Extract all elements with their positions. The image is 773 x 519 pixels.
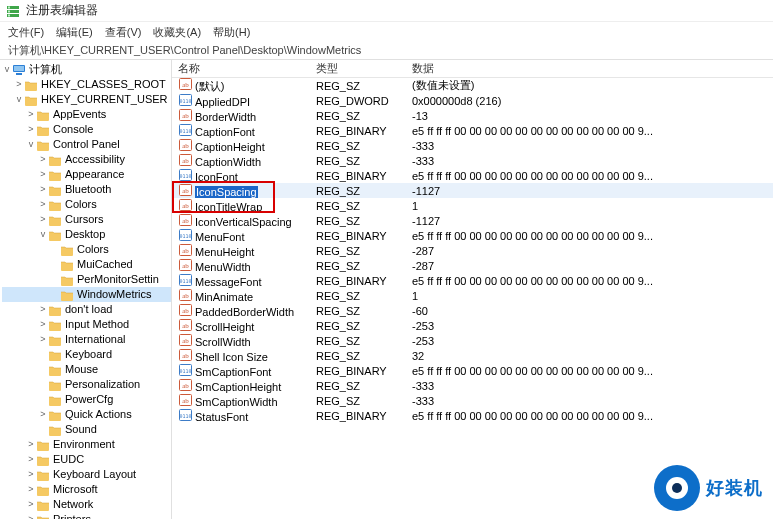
- tree-item[interactable]: vControl Panel: [2, 137, 171, 152]
- registry-value-row[interactable]: abBorderWidthREG_SZ-13: [172, 108, 773, 123]
- registry-value-row[interactable]: abCaptionWidthREG_SZ-333: [172, 153, 773, 168]
- chevron-right-icon[interactable]: >: [38, 317, 48, 332]
- menu-help[interactable]: 帮助(H): [213, 25, 250, 40]
- registry-value-row[interactable]: 0110IconFontREG_BINARYe5 ff ff ff 00 00 …: [172, 168, 773, 183]
- tree-pane[interactable]: v 计算机 >HKEY_CLASSES_ROOTvHKEY_CURRENT_US…: [0, 60, 172, 519]
- tree-item[interactable]: >Microsoft: [2, 482, 171, 497]
- chevron-right-icon[interactable]: >: [38, 332, 48, 347]
- list-header[interactable]: 名称 类型 数据: [172, 60, 773, 78]
- tree-item[interactable]: >Console: [2, 122, 171, 137]
- chevron-right-icon[interactable]: >: [26, 437, 36, 452]
- chevron-right-icon[interactable]: >: [38, 167, 48, 182]
- svg-text:ab: ab: [182, 217, 189, 225]
- tree-item[interactable]: >Keyboard: [2, 347, 171, 362]
- tree-item[interactable]: >AppEvents: [2, 107, 171, 122]
- col-name[interactable]: 名称: [176, 61, 316, 76]
- chevron-right-icon[interactable]: >: [26, 452, 36, 467]
- chevron-down-icon[interactable]: v: [14, 92, 24, 107]
- registry-value-row[interactable]: ab(默认)REG_SZ(数值未设置): [172, 78, 773, 93]
- registry-value-row[interactable]: 0110AppliedDPIREG_DWORD0x000000d8 (216): [172, 93, 773, 108]
- tree-item[interactable]: >Network: [2, 497, 171, 512]
- tree-item[interactable]: >Sound: [2, 422, 171, 437]
- registry-value-row[interactable]: abShell Icon SizeREG_SZ32: [172, 348, 773, 363]
- chevron-right-icon[interactable]: >: [14, 77, 24, 92]
- string-value-icon: ab: [178, 289, 192, 301]
- chevron-right-icon[interactable]: >: [26, 467, 36, 482]
- tree-item[interactable]: >Cursors: [2, 212, 171, 227]
- registry-value-row[interactable]: 0110CaptionFontREG_BINARYe5 ff ff ff 00 …: [172, 123, 773, 138]
- tree-item[interactable]: >Appearance: [2, 167, 171, 182]
- registry-value-row[interactable]: abPaddedBorderWidthREG_SZ-60: [172, 303, 773, 318]
- list-pane[interactable]: 名称 类型 数据 ab(默认)REG_SZ(数值未设置)0110AppliedD…: [172, 60, 773, 519]
- menu-favorites[interactable]: 收藏夹(A): [153, 25, 201, 40]
- registry-value-row[interactable]: abScrollWidthREG_SZ-253: [172, 333, 773, 348]
- tree-item[interactable]: >don't load: [2, 302, 171, 317]
- registry-value-row[interactable]: abIconSpacingREG_SZ-1127: [172, 183, 773, 198]
- registry-value-row[interactable]: abMenuHeightREG_SZ-287: [172, 243, 773, 258]
- tree-item[interactable]: vDesktop: [2, 227, 171, 242]
- tree-item[interactable]: >International: [2, 332, 171, 347]
- folder-icon: [36, 439, 50, 451]
- tree-item[interactable]: >EUDC: [2, 452, 171, 467]
- registry-value-row[interactable]: abSmCaptionWidthREG_SZ-333: [172, 393, 773, 408]
- registry-value-row[interactable]: abMenuWidthREG_SZ-287: [172, 258, 773, 273]
- chevron-right-icon[interactable]: >: [26, 122, 36, 137]
- chevron-right-icon[interactable]: >: [38, 182, 48, 197]
- tree-item[interactable]: >Quick Actions: [2, 407, 171, 422]
- svg-text:ab: ab: [182, 112, 189, 120]
- value-type: REG_SZ: [316, 335, 412, 347]
- tree-item[interactable]: >PowerCfg: [2, 392, 171, 407]
- chevron-down-icon[interactable]: v: [38, 227, 48, 242]
- tree-item[interactable]: >HKEY_CLASSES_ROOT: [2, 77, 171, 92]
- tree-item-label: Keyboard Layout: [53, 467, 136, 482]
- tree-item[interactable]: >Mouse: [2, 362, 171, 377]
- app-title: 注册表编辑器: [26, 2, 98, 19]
- tree-item[interactable]: >Colors: [2, 242, 171, 257]
- tree-item[interactable]: >WindowMetrics: [2, 287, 171, 302]
- chevron-right-icon[interactable]: >: [26, 497, 36, 512]
- registry-value-row[interactable]: abSmCaptionHeightREG_SZ-333: [172, 378, 773, 393]
- registry-value-row[interactable]: abMinAnimateREG_SZ1: [172, 288, 773, 303]
- tree-item[interactable]: >MuiCached: [2, 257, 171, 272]
- tree-item[interactable]: >Accessibility: [2, 152, 171, 167]
- tree-item[interactable]: >Input Method: [2, 317, 171, 332]
- tree-item[interactable]: >PerMonitorSettin: [2, 272, 171, 287]
- registry-value-row[interactable]: abIconVerticalSpacingREG_SZ-1127: [172, 213, 773, 228]
- addressbar[interactable]: 计算机\HKEY_CURRENT_USER\Control Panel\Desk…: [0, 42, 773, 60]
- chevron-right-icon[interactable]: >: [38, 212, 48, 227]
- twisty-blank: >: [38, 422, 48, 437]
- chevron-right-icon[interactable]: >: [26, 107, 36, 122]
- registry-value-row[interactable]: 0110MenuFontREG_BINARYe5 ff ff ff 00 00 …: [172, 228, 773, 243]
- registry-value-row[interactable]: abIconTitleWrapREG_SZ1: [172, 198, 773, 213]
- svg-text:ab: ab: [182, 352, 189, 360]
- registry-value-row[interactable]: abScrollHeightREG_SZ-253: [172, 318, 773, 333]
- chevron-right-icon[interactable]: >: [38, 302, 48, 317]
- registry-value-row[interactable]: 0110MessageFontREG_BINARYe5 ff ff ff 00 …: [172, 273, 773, 288]
- chevron-right-icon[interactable]: >: [38, 152, 48, 167]
- menu-edit[interactable]: 编辑(E): [56, 25, 93, 40]
- registry-value-row[interactable]: 0110StatusFontREG_BINARYe5 ff ff ff 00 0…: [172, 408, 773, 423]
- chevron-right-icon[interactable]: >: [26, 482, 36, 497]
- menu-file[interactable]: 文件(F): [8, 25, 44, 40]
- chevron-down-icon[interactable]: v: [26, 137, 36, 152]
- col-data[interactable]: 数据: [412, 61, 773, 76]
- registry-value-row[interactable]: abCaptionHeightREG_SZ-333: [172, 138, 773, 153]
- twisty-icon[interactable]: v: [2, 62, 12, 77]
- value-type: REG_BINARY: [316, 230, 412, 242]
- folder-icon: [60, 289, 74, 301]
- col-type[interactable]: 类型: [316, 61, 412, 76]
- menu-view[interactable]: 查看(V): [105, 25, 142, 40]
- tree-item[interactable]: >Environment: [2, 437, 171, 452]
- registry-value-row[interactable]: 0110SmCaptionFontREG_BINARYe5 ff ff ff 0…: [172, 363, 773, 378]
- tree-item[interactable]: >Personalization: [2, 377, 171, 392]
- chevron-right-icon[interactable]: >: [38, 407, 48, 422]
- tree-item[interactable]: vHKEY_CURRENT_USER: [2, 92, 171, 107]
- tree-item[interactable]: >Colors: [2, 197, 171, 212]
- tree-item[interactable]: >Bluetooth: [2, 182, 171, 197]
- tree-item[interactable]: >Keyboard Layout: [2, 467, 171, 482]
- chevron-right-icon[interactable]: >: [26, 512, 36, 519]
- tree-item[interactable]: >Printers: [2, 512, 171, 519]
- menubar: 文件(F) 编辑(E) 查看(V) 收藏夹(A) 帮助(H): [0, 22, 773, 42]
- tree-root[interactable]: v 计算机: [2, 62, 171, 77]
- chevron-right-icon[interactable]: >: [38, 197, 48, 212]
